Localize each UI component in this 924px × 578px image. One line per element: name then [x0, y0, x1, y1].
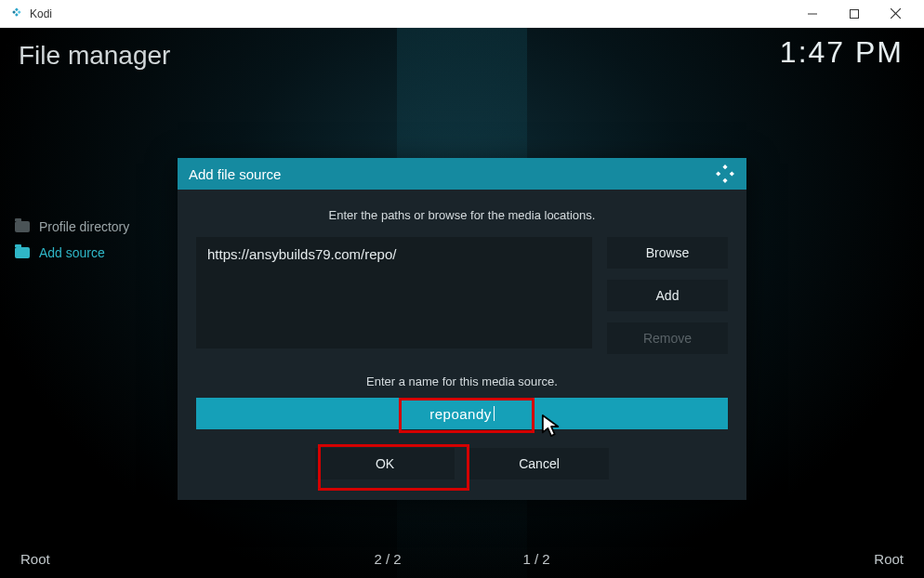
add-file-source-dialog: Add file source Enter the paths or brows… — [178, 158, 746, 500]
kodi-app-icon — [7, 7, 22, 21]
dialog-title: Add file source — [189, 166, 715, 182]
window-title: Kodi — [30, 7, 791, 20]
window-titlebar: Kodi — [0, 0, 924, 28]
status-counter-right: 1 / 2 — [462, 551, 611, 567]
list-item-label: Profile directory — [39, 219, 129, 234]
svg-rect-9 — [722, 178, 727, 183]
close-button[interactable] — [875, 0, 917, 28]
list-item-label: Add source — [39, 245, 105, 260]
svg-rect-10 — [716, 171, 720, 176]
status-left-root: Root — [20, 551, 313, 567]
source-name-input[interactable]: repoandy — [196, 398, 728, 429]
ok-button[interactable]: OK — [315, 448, 455, 479]
window-controls — [791, 0, 917, 28]
clock: 1:47 PM — [780, 35, 904, 70]
svg-rect-5 — [850, 9, 858, 18]
page-title: File manager — [19, 41, 170, 71]
kodi-logo-icon — [715, 164, 735, 184]
path-input[interactable]: https://ansybuilds79.com/repo/ — [196, 237, 592, 348]
kodi-app: File manager 1:47 PM Profile directory A… — [0, 28, 924, 578]
source-name-value: repoandy — [429, 406, 492, 422]
path-value: https://ansybuilds79.com/repo/ — [207, 246, 396, 262]
svg-rect-8 — [722, 164, 727, 169]
text-caret — [494, 406, 495, 421]
status-counter-left: 2 / 2 — [313, 551, 462, 567]
status-right-root: Root — [611, 551, 904, 567]
status-bar: Root 2 / 2 1 / 2 Root — [0, 551, 924, 567]
add-button[interactable]: Add — [607, 280, 728, 311]
list-item-add-source[interactable]: Add source — [11, 240, 133, 266]
dialog-instruction-name: Enter a name for this media source. — [196, 374, 728, 388]
dialog-body: Enter the paths or browse for the media … — [178, 190, 746, 500]
svg-rect-11 — [730, 171, 734, 176]
list-item-profile-directory[interactable]: Profile directory — [11, 214, 133, 240]
svg-rect-0 — [15, 7, 19, 11]
svg-rect-2 — [12, 10, 16, 14]
remove-button[interactable]: Remove — [607, 322, 728, 354]
folder-icon — [15, 221, 30, 232]
folder-icon — [15, 247, 30, 258]
browse-button[interactable]: Browse — [607, 237, 728, 269]
maximize-button[interactable] — [833, 0, 875, 28]
svg-rect-1 — [18, 10, 21, 14]
dialog-header: Add file source — [178, 158, 746, 190]
svg-rect-3 — [15, 13, 19, 17]
dialog-instruction-paths: Enter the paths or browse for the media … — [196, 208, 728, 222]
minimize-button[interactable] — [791, 0, 833, 28]
cancel-button[interactable]: Cancel — [469, 448, 609, 479]
left-file-list: Profile directory Add source — [11, 214, 133, 266]
